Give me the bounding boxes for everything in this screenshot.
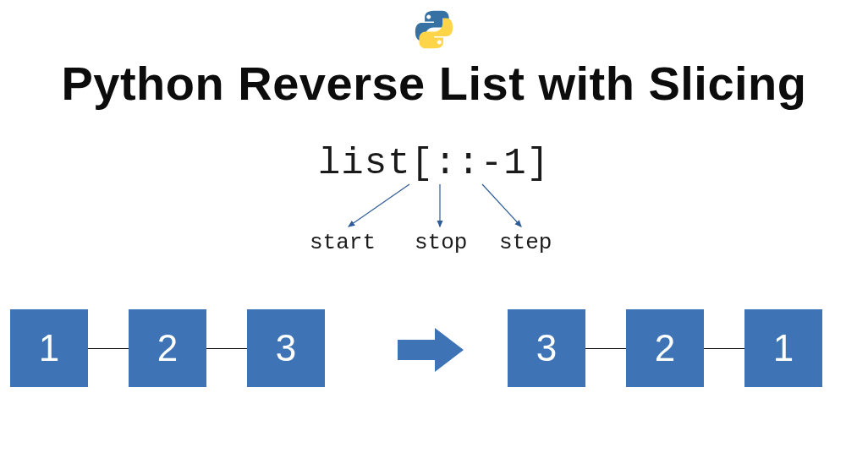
node-value: 2	[655, 327, 675, 369]
node-value: 1	[39, 327, 59, 369]
left-node-1: 1	[10, 309, 88, 387]
python-logo-icon	[415, 10, 453, 52]
list-diagram: 1 2 3 3 2 1	[0, 297, 868, 399]
transform-arrow-icon	[394, 326, 467, 374]
left-node-3: 3	[247, 309, 325, 387]
connector	[704, 348, 744, 349]
code-expression: list[::-1]	[0, 142, 868, 184]
node-value: 2	[157, 327, 178, 369]
node-value: 3	[276, 327, 296, 369]
label-start: start	[310, 230, 376, 255]
node-value: 1	[773, 327, 794, 369]
right-node-2: 2	[626, 309, 704, 387]
connector	[88, 348, 129, 349]
right-node-3: 1	[744, 309, 822, 387]
page-title: Python Reverse List with Slicing	[0, 56, 868, 111]
node-value: 3	[536, 327, 557, 369]
left-node-2: 2	[129, 309, 206, 387]
label-step: step	[499, 230, 552, 255]
connector	[206, 348, 247, 349]
svg-line-0	[349, 184, 409, 226]
connector	[585, 348, 626, 349]
right-node-1: 3	[508, 309, 585, 387]
label-stop: stop	[415, 230, 467, 255]
svg-line-2	[482, 184, 521, 226]
